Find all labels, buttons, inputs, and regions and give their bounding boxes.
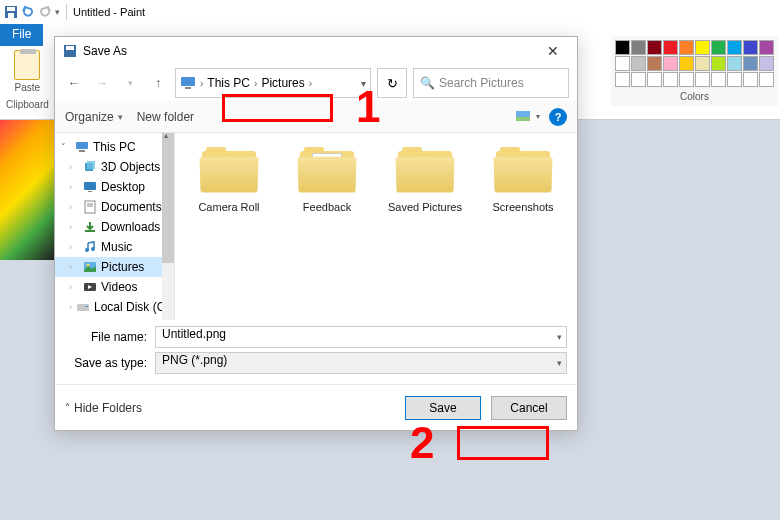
color-swatch[interactable]: [759, 40, 774, 55]
new-folder-button[interactable]: New folder: [137, 110, 194, 124]
file-tab[interactable]: File: [0, 24, 43, 46]
tree-item-local-disk-c-[interactable]: ›Local Disk (C:): [55, 297, 174, 317]
scrollbar-thumb[interactable]: [162, 133, 174, 263]
color-swatch[interactable]: [631, 56, 646, 71]
tree-item-downloads[interactable]: ›Downloads: [55, 217, 174, 237]
color-swatch[interactable]: [743, 40, 758, 55]
search-input[interactable]: 🔍 Search Pictures: [413, 68, 569, 98]
color-swatch[interactable]: [727, 72, 742, 87]
file-name-input[interactable]: Untitled.png▾: [155, 326, 567, 348]
desktop-icon: [83, 180, 97, 194]
color-swatch[interactable]: [663, 56, 678, 71]
forward-button[interactable]: →: [91, 72, 113, 94]
color-swatch[interactable]: [695, 72, 710, 87]
recent-dropdown[interactable]: ▾: [119, 72, 141, 94]
save-as-dialog: Save As ✕ ← → ▾ ↑ › This PC › Pictures ›…: [54, 36, 578, 431]
chevron-right-icon[interactable]: ›: [309, 78, 312, 89]
tree-item-documents[interactable]: ›Documents: [55, 197, 174, 217]
svg-rect-1: [7, 7, 15, 11]
redo-icon[interactable]: [38, 5, 52, 19]
color-swatch[interactable]: [727, 56, 742, 71]
color-swatch[interactable]: [615, 56, 630, 71]
color-swatch[interactable]: [695, 56, 710, 71]
color-swatch[interactable]: [679, 56, 694, 71]
view-options[interactable]: ▾: [513, 107, 541, 127]
cancel-button[interactable]: Cancel: [491, 396, 567, 420]
breadcrumb-folder[interactable]: Pictures: [261, 76, 304, 90]
back-button[interactable]: ←: [63, 72, 85, 94]
dialog-titlebar[interactable]: Save As ✕: [55, 37, 577, 65]
chevron-up-icon: ˄: [65, 402, 70, 413]
organize-menu[interactable]: Organize▾: [65, 110, 123, 124]
hide-folders-toggle[interactable]: ˄Hide Folders: [65, 401, 142, 415]
close-button[interactable]: ✕: [533, 40, 573, 62]
color-swatch[interactable]: [743, 56, 758, 71]
color-swatch[interactable]: [631, 40, 646, 55]
color-swatch[interactable]: [631, 72, 646, 87]
color-swatch[interactable]: [759, 56, 774, 71]
tree-item-videos[interactable]: ›Videos: [55, 277, 174, 297]
refresh-button[interactable]: ↻: [377, 68, 407, 98]
search-placeholder: Search Pictures: [439, 76, 524, 90]
tree-pane[interactable]: ˅This PC›3D Objects›Desktop›Documents›Do…: [55, 133, 175, 320]
svg-rect-4: [66, 46, 74, 50]
tree-item-label: Local Disk (C:): [94, 300, 173, 314]
3d-icon: [83, 160, 97, 174]
color-swatch[interactable]: [663, 40, 678, 55]
chevron-right-icon[interactable]: ›: [254, 78, 257, 89]
folder-feedback[interactable]: Feedback: [289, 147, 365, 213]
clipboard-group: Paste Clipboard: [6, 50, 49, 110]
videos-icon: [83, 280, 97, 294]
chevron-right-icon[interactable]: ›: [200, 78, 203, 89]
color-swatch[interactable]: [711, 40, 726, 55]
color-swatch[interactable]: [711, 56, 726, 71]
color-swatch[interactable]: [615, 40, 630, 55]
folder-icon: [298, 147, 356, 193]
undo-icon[interactable]: [21, 5, 35, 19]
up-button[interactable]: ↑: [147, 72, 169, 94]
color-swatch[interactable]: [695, 40, 710, 55]
help-button[interactable]: ?: [549, 108, 567, 126]
paste-icon[interactable]: [14, 50, 40, 80]
colors-label: Colors: [615, 91, 774, 102]
svg-rect-12: [87, 161, 95, 169]
folder-camera-roll[interactable]: Camera Roll: [191, 147, 267, 213]
tree-item-3d-objects[interactable]: ›3D Objects: [55, 157, 174, 177]
chevron-down-icon[interactable]: ▾: [557, 332, 562, 342]
color-swatch[interactable]: [711, 72, 726, 87]
disk-icon: [76, 300, 90, 314]
tree-item-this-pc[interactable]: ˅This PC: [55, 137, 174, 157]
color-swatch[interactable]: [727, 40, 742, 55]
tree-item-pictures[interactable]: ›Pictures: [55, 257, 174, 277]
color-swatch[interactable]: [615, 72, 630, 87]
color-swatch[interactable]: [679, 72, 694, 87]
color-swatch[interactable]: [647, 56, 662, 71]
save-button[interactable]: Save: [405, 396, 481, 420]
color-swatch[interactable]: [663, 72, 678, 87]
folder-pane[interactable]: Camera RollFeedbackSaved PicturesScreens…: [175, 133, 577, 320]
folder-screenshots[interactable]: Screenshots: [485, 147, 561, 213]
color-swatch[interactable]: [679, 40, 694, 55]
breadcrumb-dropdown[interactable]: ▾: [361, 78, 366, 89]
breadcrumb-root[interactable]: This PC: [207, 76, 250, 90]
tree-item-music[interactable]: ›Music: [55, 237, 174, 257]
color-swatch[interactable]: [759, 72, 774, 87]
save-type-select[interactable]: PNG (*.png)▾: [155, 352, 567, 374]
save-icon[interactable]: [4, 5, 18, 19]
tree-scrollbar[interactable]: [162, 133, 174, 320]
color-swatch[interactable]: [647, 72, 662, 87]
folder-saved-pictures[interactable]: Saved Pictures: [387, 147, 463, 213]
chevron-down-icon[interactable]: ▾: [557, 358, 562, 368]
svg-point-20: [91, 247, 95, 251]
tree-item-desktop[interactable]: ›Desktop: [55, 177, 174, 197]
tree-item-sources-d-[interactable]: ›SOURCES (D:): [55, 317, 174, 320]
tree-item-label: Documents: [101, 200, 162, 214]
color-swatch[interactable]: [647, 40, 662, 55]
svg-rect-14: [88, 191, 92, 192]
paste-label: Paste: [6, 82, 49, 93]
canvas-image: [0, 120, 54, 260]
color-swatch[interactable]: [743, 72, 758, 87]
breadcrumb[interactable]: › This PC › Pictures › ▾: [175, 68, 371, 98]
downloads-icon: [83, 220, 97, 234]
svg-point-19: [85, 248, 89, 252]
